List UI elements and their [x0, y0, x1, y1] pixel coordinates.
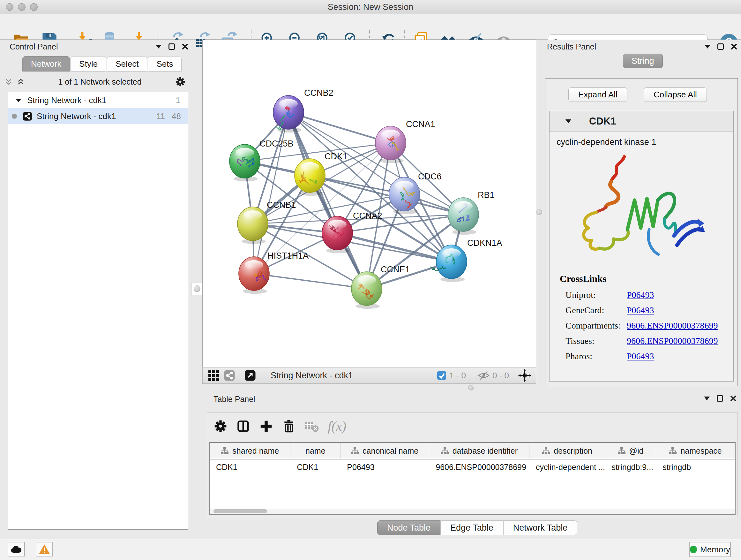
section-expander-icon[interactable] [565, 119, 571, 123]
panel-float-icon[interactable] [169, 44, 175, 50]
node-label-CDK1: CDK1 [325, 152, 347, 161]
node-label-CDC25B: CDC25B [259, 139, 293, 148]
tab-node-table[interactable]: Node Table [377, 520, 441, 535]
table-panel-tabs: Node TableEdge TableNetwork Table [377, 520, 577, 535]
node-label-CDKN1A: CDKN1A [467, 238, 502, 248]
scrollbar-thumb[interactable] [213, 509, 267, 513]
show-columns-icon[interactable] [236, 419, 251, 434]
table-cell: P06493 [340, 462, 429, 472]
panel-menu-icon[interactable] [704, 45, 711, 49]
column-header-namespace[interactable]: namespace [656, 443, 735, 459]
table-header-row: shared namenamecanonical namedatabase id… [210, 443, 735, 459]
crosslink-link[interactable]: P06493 [627, 305, 654, 315]
panel-close-icon[interactable] [730, 395, 737, 401]
crosslink-row: Tissues:9606.ENSP00000378699 [565, 336, 718, 346]
table-mode-gear-icon[interactable] [213, 419, 227, 433]
string-network-graph[interactable]: CCNB2CCNA1CDC25BCDK1CDC6RB1CCNB1CCNA2CDK… [203, 40, 536, 367]
expand-all-icon[interactable] [17, 78, 25, 86]
network-node-HIST1H1A[interactable]: HIST1H1A [239, 251, 309, 294]
collapse-all-button[interactable]: Collapse All [644, 87, 707, 102]
node-table-container: f(x) shared namenamecanonical namedataba… [207, 413, 738, 517]
crosslink-link[interactable]: 9606.ENSP00000378699 [627, 320, 718, 331]
panel-menu-icon[interactable] [156, 45, 161, 49]
hidden-counts: 0 - 0 [492, 371, 509, 381]
node-label-CDC6: CDC6 [418, 172, 442, 181]
detach-view-icon[interactable] [245, 370, 256, 381]
memory-button[interactable]: Memory [689, 542, 731, 557]
table-cell: stringdb [656, 462, 735, 472]
tab-select[interactable]: Select [107, 56, 147, 71]
expand-all-button[interactable]: Expand All [568, 87, 627, 102]
window-zoom-button[interactable] [30, 3, 38, 11]
table-horizontal-scrollbar[interactable] [210, 509, 735, 514]
birdseye-grid-icon[interactable] [208, 370, 219, 381]
cloud-button[interactable] [8, 542, 25, 557]
column-header-@id[interactable]: @id [605, 443, 656, 459]
table-panel: Table Panel f(x) shared namenamecanonica… [202, 393, 741, 539]
hidden-eye-icon[interactable] [478, 370, 490, 381]
crosslink-link[interactable]: P06493 [627, 351, 654, 361]
collection-count: 1 [176, 96, 180, 105]
collapse-all-icon[interactable] [4, 78, 13, 86]
delete-table-icon[interactable] [304, 420, 320, 433]
tab-network-table[interactable]: Network Table [503, 520, 578, 535]
crosslink-row: Compartments:9606.ENSP00000378699 [565, 320, 718, 331]
tab-edge-table[interactable]: Edge Table [441, 520, 503, 535]
crosslink-label: Compartments: [565, 320, 627, 331]
table-cell: CDK1 [290, 462, 340, 472]
column-header-database-identifier[interactable]: database identifier [429, 443, 529, 459]
tab-sets[interactable]: Sets [148, 56, 182, 71]
column-header-shared-name[interactable]: shared name [210, 443, 290, 459]
column-header-canonical-name[interactable]: canonical name [340, 443, 429, 459]
network-row-selected[interactable]: String Network - cdk1 11 48 [8, 108, 188, 124]
window-minimize-button[interactable] [18, 3, 25, 11]
network-node-CDK1[interactable]: CDK1 [294, 152, 347, 196]
crosslink-row: Pharos:P06493 [565, 351, 718, 361]
crosslink-link[interactable]: 9606.ENSP00000378699 [627, 336, 718, 346]
network-node-CDC6[interactable]: CDC6 [389, 172, 442, 214]
panel-float-icon[interactable] [718, 44, 724, 50]
network-node-CCNE1[interactable]: CCNE1 [351, 265, 410, 309]
crosslink-label: Uniprot: [565, 290, 627, 300]
gear-icon[interactable] [175, 76, 186, 87]
tab-network[interactable]: Network [22, 56, 70, 71]
network-node-RB1[interactable]: RB1 [448, 190, 495, 235]
panel-close-icon[interactable] [731, 44, 737, 50]
network-name: String Network - cdk1 [37, 111, 116, 121]
horizontal-splitter-handle[interactable] [468, 385, 474, 390]
right-splitter-handle[interactable] [536, 207, 542, 219]
delete-columns-icon[interactable] [282, 419, 296, 433]
string-results-container: Expand All Collapse All CDK1 cyclin-depe… [545, 78, 738, 386]
network-tree: String Network - cdk1 1 String Network -… [8, 92, 188, 530]
status-bar: Memory [0, 539, 741, 560]
table-row[interactable]: CDK1CDK1P064939606.ENSP00000378699cyclin… [210, 459, 735, 475]
crosslink-link[interactable]: P06493 [627, 290, 654, 300]
function-builder-icon[interactable]: f(x) [328, 419, 346, 434]
results-tab-string[interactable]: String [623, 54, 663, 68]
panel-float-icon[interactable] [717, 395, 723, 401]
cdk1-section-header[interactable]: CDK1 [549, 111, 733, 132]
gene-name: CDK1 [589, 116, 616, 127]
tab-style[interactable]: Style [71, 56, 106, 71]
tree-expander-icon[interactable] [16, 99, 21, 102]
warnings-button[interactable] [36, 542, 53, 557]
selected-checkbox-icon[interactable] [436, 370, 447, 381]
share-network-icon[interactable] [224, 370, 235, 381]
network-canvas[interactable]: CCNB2CCNA1CDC25BCDK1CDC6RB1CCNB1CCNA2CDK… [202, 40, 536, 367]
hierarchy-column-icon [221, 447, 228, 454]
cdk1-result-card: CDK1 cyclin-dependent kinase 1 [549, 111, 734, 381]
create-column-icon[interactable] [259, 419, 273, 434]
panel-close-icon[interactable] [182, 44, 188, 50]
window-close-button[interactable] [6, 3, 13, 11]
column-header-description[interactable]: description [529, 443, 605, 459]
panel-menu-icon[interactable] [704, 396, 710, 400]
network-collection-row[interactable]: String Network - cdk1 1 [8, 92, 188, 108]
left-splitter-handle[interactable] [192, 282, 202, 295]
column-header-name[interactable]: name [290, 443, 340, 459]
gene-description: cyclin-dependent kinase 1 [549, 132, 733, 147]
column-header-label: description [554, 446, 592, 455]
network-node-CDKN1A[interactable]: CDKN1A [430, 238, 502, 282]
control-panel-title: Control Panel [10, 42, 58, 51]
hierarchy-column-icon [669, 447, 677, 454]
pan-crosshair-icon[interactable] [518, 369, 531, 382]
